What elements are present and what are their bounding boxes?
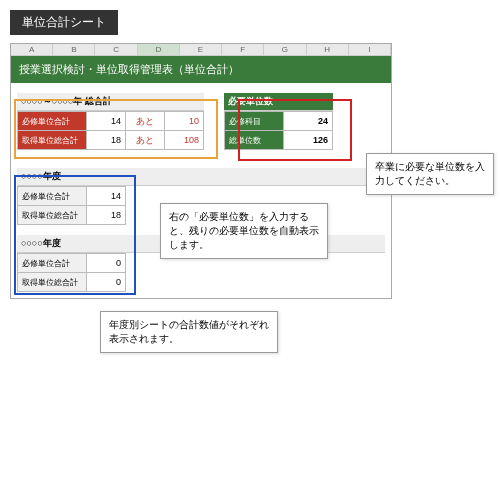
col-I[interactable]: I bbox=[349, 44, 391, 55]
req-value[interactable]: 24 bbox=[284, 112, 333, 131]
col-F[interactable]: F bbox=[222, 44, 264, 55]
spreadsheet: A B C D E F G H I 授業選択検討・単位取得管理表（単位合計） ○… bbox=[10, 43, 392, 299]
callout-orange: 右の「必要単位数」を入力すると、残りの必要単位数を自動表示します。 bbox=[160, 203, 328, 259]
cell[interactable]: 0 bbox=[87, 254, 126, 273]
col-G[interactable]: G bbox=[264, 44, 306, 55]
year-title: ○○○○年度 bbox=[17, 168, 385, 186]
column-headers: A B C D E F G H I bbox=[11, 44, 391, 56]
ato-value: 10 bbox=[165, 112, 204, 131]
req-label: 必修科目 bbox=[225, 112, 284, 131]
required-section: 必要単位数 必修科目 24 総単位数 126 bbox=[224, 93, 333, 150]
total-title: ○○○○～○○○○年 総合計 bbox=[17, 93, 204, 111]
row-label: 必修単位合計 bbox=[18, 112, 87, 131]
total-section: ○○○○～○○○○年 総合計 必修単位合計 14 あと 10 取得単位総合計 1… bbox=[17, 93, 204, 150]
req-label: 総単位数 bbox=[225, 131, 284, 150]
ato-label: あと bbox=[126, 112, 165, 131]
row-label: 必修単位合計 bbox=[18, 187, 87, 206]
cell[interactable]: 0 bbox=[87, 273, 126, 292]
callout-blue: 年度別シートの合計数値がそれぞれ表示されます。 bbox=[100, 311, 278, 353]
cell[interactable]: 14 bbox=[87, 112, 126, 131]
col-E[interactable]: E bbox=[180, 44, 222, 55]
cell[interactable]: 14 bbox=[87, 187, 126, 206]
ato-label: あと bbox=[126, 131, 165, 150]
col-A[interactable]: A bbox=[11, 44, 53, 55]
page-title: 単位合計シート bbox=[10, 10, 118, 35]
sheet-header: 授業選択検討・単位取得管理表（単位合計） bbox=[11, 56, 391, 83]
cell[interactable]: 18 bbox=[87, 131, 126, 150]
req-value[interactable]: 126 bbox=[284, 131, 333, 150]
ato-value: 108 bbox=[165, 131, 204, 150]
row-label: 必修単位合計 bbox=[18, 254, 87, 273]
callout-red: 卒業に必要な単位数を入力してください。 bbox=[366, 153, 494, 195]
row-label: 取得単位総合計 bbox=[18, 131, 87, 150]
row-label: 取得単位総合計 bbox=[18, 206, 87, 225]
col-C[interactable]: C bbox=[95, 44, 137, 55]
cell[interactable]: 18 bbox=[87, 206, 126, 225]
col-B[interactable]: B bbox=[53, 44, 95, 55]
row-label: 取得単位総合計 bbox=[18, 273, 87, 292]
col-H[interactable]: H bbox=[307, 44, 349, 55]
col-D[interactable]: D bbox=[138, 44, 180, 55]
required-title: 必要単位数 bbox=[224, 93, 333, 111]
